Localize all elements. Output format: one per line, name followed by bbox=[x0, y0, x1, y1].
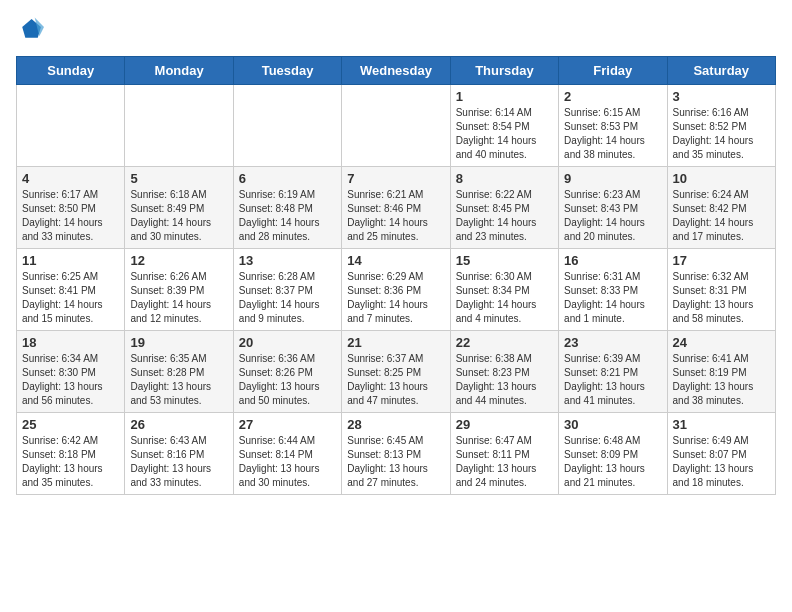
day-number: 25 bbox=[22, 417, 119, 432]
day-info: Sunrise: 6:48 AM Sunset: 8:09 PM Dayligh… bbox=[564, 434, 661, 490]
day-info: Sunrise: 6:45 AM Sunset: 8:13 PM Dayligh… bbox=[347, 434, 444, 490]
calendar-cell: 24Sunrise: 6:41 AM Sunset: 8:19 PM Dayli… bbox=[667, 331, 775, 413]
day-info: Sunrise: 6:41 AM Sunset: 8:19 PM Dayligh… bbox=[673, 352, 770, 408]
day-header-monday: Monday bbox=[125, 57, 233, 85]
day-header-saturday: Saturday bbox=[667, 57, 775, 85]
calendar-cell: 23Sunrise: 6:39 AM Sunset: 8:21 PM Dayli… bbox=[559, 331, 667, 413]
day-info: Sunrise: 6:18 AM Sunset: 8:49 PM Dayligh… bbox=[130, 188, 227, 244]
day-number: 9 bbox=[564, 171, 661, 186]
calendar-week-row: 4Sunrise: 6:17 AM Sunset: 8:50 PM Daylig… bbox=[17, 167, 776, 249]
calendar-cell bbox=[233, 85, 341, 167]
calendar-cell: 28Sunrise: 6:45 AM Sunset: 8:13 PM Dayli… bbox=[342, 413, 450, 495]
calendar-cell: 20Sunrise: 6:36 AM Sunset: 8:26 PM Dayli… bbox=[233, 331, 341, 413]
calendar-cell: 4Sunrise: 6:17 AM Sunset: 8:50 PM Daylig… bbox=[17, 167, 125, 249]
calendar-cell: 3Sunrise: 6:16 AM Sunset: 8:52 PM Daylig… bbox=[667, 85, 775, 167]
day-info: Sunrise: 6:28 AM Sunset: 8:37 PM Dayligh… bbox=[239, 270, 336, 326]
calendar-cell: 13Sunrise: 6:28 AM Sunset: 8:37 PM Dayli… bbox=[233, 249, 341, 331]
day-number: 6 bbox=[239, 171, 336, 186]
calendar-cell: 5Sunrise: 6:18 AM Sunset: 8:49 PM Daylig… bbox=[125, 167, 233, 249]
day-number: 23 bbox=[564, 335, 661, 350]
day-number: 18 bbox=[22, 335, 119, 350]
day-number: 24 bbox=[673, 335, 770, 350]
day-info: Sunrise: 6:38 AM Sunset: 8:23 PM Dayligh… bbox=[456, 352, 553, 408]
day-number: 22 bbox=[456, 335, 553, 350]
calendar-cell bbox=[125, 85, 233, 167]
day-info: Sunrise: 6:49 AM Sunset: 8:07 PM Dayligh… bbox=[673, 434, 770, 490]
page-header bbox=[16, 16, 776, 44]
day-number: 3 bbox=[673, 89, 770, 104]
calendar-cell: 10Sunrise: 6:24 AM Sunset: 8:42 PM Dayli… bbox=[667, 167, 775, 249]
day-info: Sunrise: 6:37 AM Sunset: 8:25 PM Dayligh… bbox=[347, 352, 444, 408]
day-number: 17 bbox=[673, 253, 770, 268]
day-number: 1 bbox=[456, 89, 553, 104]
day-info: Sunrise: 6:30 AM Sunset: 8:34 PM Dayligh… bbox=[456, 270, 553, 326]
calendar-cell: 15Sunrise: 6:30 AM Sunset: 8:34 PM Dayli… bbox=[450, 249, 558, 331]
day-number: 12 bbox=[130, 253, 227, 268]
day-info: Sunrise: 6:29 AM Sunset: 8:36 PM Dayligh… bbox=[347, 270, 444, 326]
calendar-cell: 30Sunrise: 6:48 AM Sunset: 8:09 PM Dayli… bbox=[559, 413, 667, 495]
day-header-friday: Friday bbox=[559, 57, 667, 85]
calendar-cell: 2Sunrise: 6:15 AM Sunset: 8:53 PM Daylig… bbox=[559, 85, 667, 167]
calendar-week-row: 18Sunrise: 6:34 AM Sunset: 8:30 PM Dayli… bbox=[17, 331, 776, 413]
day-info: Sunrise: 6:36 AM Sunset: 8:26 PM Dayligh… bbox=[239, 352, 336, 408]
day-info: Sunrise: 6:44 AM Sunset: 8:14 PM Dayligh… bbox=[239, 434, 336, 490]
calendar-cell: 25Sunrise: 6:42 AM Sunset: 8:18 PM Dayli… bbox=[17, 413, 125, 495]
day-number: 5 bbox=[130, 171, 227, 186]
calendar-cell: 7Sunrise: 6:21 AM Sunset: 8:46 PM Daylig… bbox=[342, 167, 450, 249]
day-info: Sunrise: 6:25 AM Sunset: 8:41 PM Dayligh… bbox=[22, 270, 119, 326]
day-info: Sunrise: 6:26 AM Sunset: 8:39 PM Dayligh… bbox=[130, 270, 227, 326]
day-number: 2 bbox=[564, 89, 661, 104]
calendar-cell: 31Sunrise: 6:49 AM Sunset: 8:07 PM Dayli… bbox=[667, 413, 775, 495]
day-info: Sunrise: 6:47 AM Sunset: 8:11 PM Dayligh… bbox=[456, 434, 553, 490]
calendar-cell: 26Sunrise: 6:43 AM Sunset: 8:16 PM Dayli… bbox=[125, 413, 233, 495]
calendar-cell: 6Sunrise: 6:19 AM Sunset: 8:48 PM Daylig… bbox=[233, 167, 341, 249]
day-number: 14 bbox=[347, 253, 444, 268]
day-info: Sunrise: 6:34 AM Sunset: 8:30 PM Dayligh… bbox=[22, 352, 119, 408]
calendar-cell: 27Sunrise: 6:44 AM Sunset: 8:14 PM Dayli… bbox=[233, 413, 341, 495]
day-number: 31 bbox=[673, 417, 770, 432]
day-number: 16 bbox=[564, 253, 661, 268]
day-number: 7 bbox=[347, 171, 444, 186]
day-header-wednesday: Wednesday bbox=[342, 57, 450, 85]
logo bbox=[16, 16, 48, 44]
calendar-cell: 22Sunrise: 6:38 AM Sunset: 8:23 PM Dayli… bbox=[450, 331, 558, 413]
day-number: 26 bbox=[130, 417, 227, 432]
day-number: 27 bbox=[239, 417, 336, 432]
calendar-cell: 17Sunrise: 6:32 AM Sunset: 8:31 PM Dayli… bbox=[667, 249, 775, 331]
calendar-cell bbox=[342, 85, 450, 167]
calendar-cell: 12Sunrise: 6:26 AM Sunset: 8:39 PM Dayli… bbox=[125, 249, 233, 331]
calendar-cell: 18Sunrise: 6:34 AM Sunset: 8:30 PM Dayli… bbox=[17, 331, 125, 413]
day-number: 21 bbox=[347, 335, 444, 350]
day-number: 19 bbox=[130, 335, 227, 350]
day-number: 8 bbox=[456, 171, 553, 186]
calendar-cell: 14Sunrise: 6:29 AM Sunset: 8:36 PM Dayli… bbox=[342, 249, 450, 331]
calendar-cell: 11Sunrise: 6:25 AM Sunset: 8:41 PM Dayli… bbox=[17, 249, 125, 331]
calendar-cell: 19Sunrise: 6:35 AM Sunset: 8:28 PM Dayli… bbox=[125, 331, 233, 413]
day-info: Sunrise: 6:15 AM Sunset: 8:53 PM Dayligh… bbox=[564, 106, 661, 162]
calendar-cell: 9Sunrise: 6:23 AM Sunset: 8:43 PM Daylig… bbox=[559, 167, 667, 249]
day-number: 11 bbox=[22, 253, 119, 268]
day-number: 28 bbox=[347, 417, 444, 432]
calendar-table: SundayMondayTuesdayWednesdayThursdayFrid… bbox=[16, 56, 776, 495]
day-info: Sunrise: 6:42 AM Sunset: 8:18 PM Dayligh… bbox=[22, 434, 119, 490]
day-info: Sunrise: 6:31 AM Sunset: 8:33 PM Dayligh… bbox=[564, 270, 661, 326]
day-info: Sunrise: 6:17 AM Sunset: 8:50 PM Dayligh… bbox=[22, 188, 119, 244]
day-info: Sunrise: 6:16 AM Sunset: 8:52 PM Dayligh… bbox=[673, 106, 770, 162]
day-number: 29 bbox=[456, 417, 553, 432]
calendar-cell: 1Sunrise: 6:14 AM Sunset: 8:54 PM Daylig… bbox=[450, 85, 558, 167]
day-info: Sunrise: 6:32 AM Sunset: 8:31 PM Dayligh… bbox=[673, 270, 770, 326]
calendar-header-row: SundayMondayTuesdayWednesdayThursdayFrid… bbox=[17, 57, 776, 85]
day-info: Sunrise: 6:14 AM Sunset: 8:54 PM Dayligh… bbox=[456, 106, 553, 162]
logo-icon bbox=[16, 16, 44, 44]
day-number: 15 bbox=[456, 253, 553, 268]
day-info: Sunrise: 6:23 AM Sunset: 8:43 PM Dayligh… bbox=[564, 188, 661, 244]
calendar-week-row: 25Sunrise: 6:42 AM Sunset: 8:18 PM Dayli… bbox=[17, 413, 776, 495]
calendar-cell: 8Sunrise: 6:22 AM Sunset: 8:45 PM Daylig… bbox=[450, 167, 558, 249]
day-header-sunday: Sunday bbox=[17, 57, 125, 85]
calendar-cell: 21Sunrise: 6:37 AM Sunset: 8:25 PM Dayli… bbox=[342, 331, 450, 413]
day-info: Sunrise: 6:21 AM Sunset: 8:46 PM Dayligh… bbox=[347, 188, 444, 244]
day-info: Sunrise: 6:39 AM Sunset: 8:21 PM Dayligh… bbox=[564, 352, 661, 408]
day-info: Sunrise: 6:22 AM Sunset: 8:45 PM Dayligh… bbox=[456, 188, 553, 244]
day-header-thursday: Thursday bbox=[450, 57, 558, 85]
calendar-week-row: 1Sunrise: 6:14 AM Sunset: 8:54 PM Daylig… bbox=[17, 85, 776, 167]
